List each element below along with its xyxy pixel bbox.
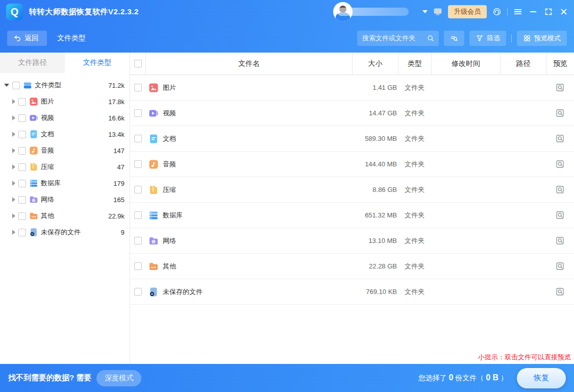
close-icon[interactable] <box>559 7 569 17</box>
item-checkbox[interactable] <box>18 180 26 187</box>
column-header-size[interactable]: 大小 <box>352 53 398 75</box>
item-checkbox[interactable] <box>12 82 20 89</box>
expand-arrow-icon[interactable] <box>12 181 15 186</box>
file-size: 22.28 GB <box>352 262 398 270</box>
row-checkbox[interactable] <box>134 135 142 142</box>
file-type: 文件夹 <box>398 134 431 143</box>
tree-item-count: 147 <box>113 147 124 155</box>
file-size: 1.41 GB <box>352 84 398 91</box>
sidebar-tree-item[interactable]: 文档 13.4k <box>0 126 130 142</box>
row-checkbox[interactable] <box>134 237 142 244</box>
item-checkbox[interactable] <box>18 114 26 122</box>
row-checkbox[interactable] <box>134 262 142 270</box>
column-header-name[interactable]: 文件名 <box>145 53 352 75</box>
expand-arrow-icon[interactable] <box>12 197 15 202</box>
row-checkbox[interactable] <box>134 211 142 219</box>
item-checkbox[interactable] <box>18 131 26 138</box>
sidebar-tree-item[interactable]: 视频 16.6k <box>0 110 130 126</box>
sidebar-tree-item[interactable]: 压缩 47 <box>0 159 130 175</box>
tab-file-type[interactable]: 文件类型 <box>65 53 130 73</box>
minimize-icon[interactable] <box>528 7 538 17</box>
recover-button[interactable]: 恢复 <box>517 368 566 388</box>
table-row[interactable]: 压缩 8.86 GB 文件夹 <box>130 177 574 203</box>
table-row[interactable]: 音频 144.40 MB 文件夹 <box>130 152 574 177</box>
preview-button[interactable] <box>555 261 565 272</box>
preview-button[interactable] <box>555 108 565 118</box>
user-account[interactable] <box>333 2 417 21</box>
search-box[interactable] <box>357 31 439 46</box>
chevron-down-icon[interactable] <box>422 10 428 13</box>
customer-service-icon[interactable] <box>492 7 502 17</box>
column-header-preview[interactable]: 预览 <box>546 53 574 75</box>
sidebar-tree-item[interactable]: 文件类型 71.2k <box>0 77 130 93</box>
row-checkbox[interactable] <box>134 186 142 193</box>
image-icon <box>148 83 159 93</box>
item-checkbox[interactable] <box>18 98 26 106</box>
video-icon <box>148 108 159 118</box>
preview-button[interactable] <box>555 134 565 144</box>
preview-magnifier-icon <box>555 185 565 195</box>
preview-button[interactable] <box>555 236 565 246</box>
item-checkbox[interactable] <box>18 212 26 220</box>
document-icon <box>148 134 159 144</box>
preview-magnifier-icon <box>555 261 565 272</box>
advanced-search-button[interactable] <box>444 31 464 46</box>
preview-mode-button[interactable]: 预览模式 <box>517 31 567 46</box>
preview-magnifier-icon <box>555 236 565 246</box>
search-input[interactable] <box>362 34 427 42</box>
sidebar-tree-item[interactable]: 图片 17.8k <box>0 93 130 110</box>
monitor-icon[interactable] <box>433 7 443 17</box>
item-checkbox[interactable] <box>18 147 26 155</box>
deep-mode-button[interactable]: 深度模式 <box>96 370 141 386</box>
select-all-checkbox[interactable] <box>134 60 142 67</box>
collapse-arrow-icon[interactable] <box>4 84 9 87</box>
tree-item-label: 未保存的文件 <box>41 228 81 237</box>
expand-arrow-icon[interactable] <box>12 115 15 120</box>
sidebar-tree-item[interactable]: 数据库 179 <box>0 175 130 191</box>
file-name: 图片 <box>163 83 176 92</box>
preview-button[interactable] <box>555 185 565 195</box>
upgrade-member-button[interactable]: 升级会员 <box>448 5 487 18</box>
table-row[interactable]: 其他 22.28 GB 文件夹 <box>130 254 574 279</box>
sidebar-tree-item[interactable]: 音频 147 <box>0 142 130 159</box>
file-type-tree: 文件类型 71.2k 图片 17.8k 视频 16.6k 文档 13.4k 音频… <box>0 73 130 240</box>
preview-button[interactable] <box>555 287 565 297</box>
row-checkbox[interactable] <box>134 109 142 117</box>
preview-button[interactable] <box>555 210 565 220</box>
column-header-path[interactable]: 路径 <box>500 53 546 75</box>
video-icon <box>29 113 38 122</box>
file-name: 压缩 <box>163 185 176 194</box>
tab-file-path[interactable]: 文件路径 <box>0 53 65 73</box>
preview-button[interactable] <box>555 83 565 93</box>
table-row[interactable]: 未保存的文件 769.10 KB 文件夹 <box>130 279 574 305</box>
row-checkbox[interactable] <box>134 160 142 168</box>
expand-arrow-icon[interactable] <box>12 99 15 104</box>
drive-icon <box>23 81 32 90</box>
expand-arrow-icon[interactable] <box>12 164 15 169</box>
sidebar-tree-item[interactable]: 其他 22.9k <box>0 208 130 224</box>
table-row[interactable]: 视频 14.47 GB 文件夹 <box>130 101 574 126</box>
row-checkbox[interactable] <box>134 84 142 91</box>
item-checkbox[interactable] <box>18 229 26 236</box>
item-checkbox[interactable] <box>18 196 26 204</box>
row-checkbox[interactable] <box>134 288 142 296</box>
filter-button[interactable]: 筛选 <box>469 31 506 46</box>
table-row[interactable]: 数据库 651.32 MB 文件夹 <box>130 203 574 228</box>
expand-arrow-icon[interactable] <box>12 132 15 137</box>
expand-arrow-icon[interactable] <box>12 213 15 218</box>
table-row[interactable]: 文档 589.30 MB 文件夹 <box>130 126 574 152</box>
item-checkbox[interactable] <box>18 163 26 171</box>
sidebar-tree-item[interactable]: 未保存的文件 9 <box>0 224 130 240</box>
column-header-modified[interactable]: 修改时间 <box>431 53 500 75</box>
table-row[interactable]: 网络 13.10 MB 文件夹 <box>130 228 574 254</box>
expand-arrow-icon[interactable] <box>12 148 15 153</box>
table-row[interactable]: 图片 1.41 GB 文件夹 <box>130 75 574 101</box>
database-icon <box>148 210 159 220</box>
back-button[interactable]: 返回 <box>7 31 47 46</box>
preview-button[interactable] <box>555 159 565 169</box>
sidebar-tree-item[interactable]: 网络 165 <box>0 191 130 208</box>
menu-icon[interactable] <box>513 7 523 17</box>
maximize-icon[interactable] <box>543 7 554 17</box>
expand-arrow-icon[interactable] <box>12 230 15 235</box>
column-header-type[interactable]: 类型 <box>398 53 431 75</box>
